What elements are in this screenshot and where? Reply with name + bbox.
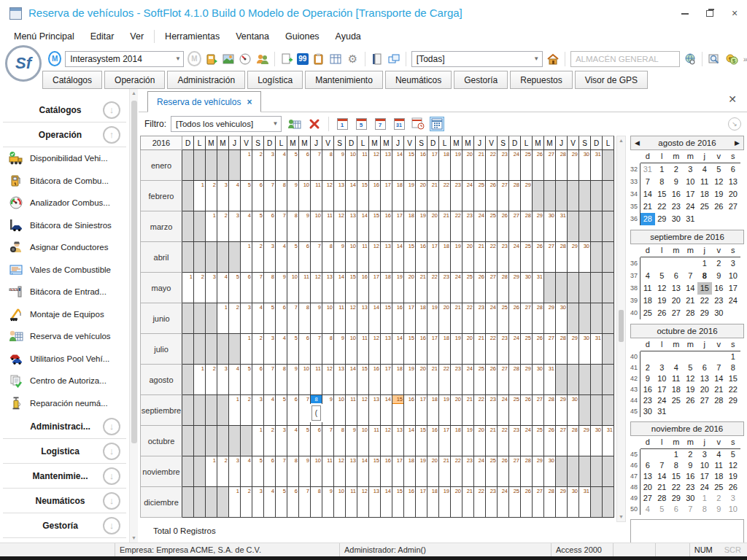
mini-calendar-day[interactable]: 19: [684, 384, 698, 395]
day-cell[interactable]: 9: [334, 334, 346, 365]
day-cell[interactable]: 10: [334, 395, 346, 426]
day-cell[interactable]: 28: [556, 242, 568, 273]
mini-calendar-day[interactable]: 24: [697, 482, 712, 493]
day-cell[interactable]: 4: [276, 334, 287, 365]
mini-calendar-day[interactable]: 2: [669, 163, 684, 176]
day-cell[interactable]: 8: [276, 365, 287, 395]
chevron-down-icon[interactable]: ↓: [103, 101, 120, 119]
day-cell[interactable]: 19: [462, 426, 474, 456]
day-cell[interactable]: 5: [287, 334, 299, 365]
day-cell[interactable]: 20: [451, 487, 462, 518]
day-cell[interactable]: 8: [322, 150, 334, 181]
day-cell[interactable]: 27: [498, 181, 509, 211]
day-cell[interactable]: 16: [416, 334, 427, 365]
view-period-icon[interactable]: [411, 117, 425, 131]
day-cell[interactable]: 15: [416, 426, 427, 456]
day-cell[interactable]: 12: [311, 273, 322, 303]
day-cell[interactable]: 7: [264, 365, 276, 395]
mini-calendar-day[interactable]: 15: [669, 471, 684, 482]
day-cell[interactable]: 3: [264, 334, 276, 365]
day-cell[interactable]: 2: [241, 395, 252, 426]
mini-calendar-day[interactable]: 20: [697, 384, 712, 395]
mini-calendar-day[interactable]: 27: [669, 307, 684, 319]
vehicle-filter-combobox[interactable]: [Todos los vehiculos] ▼: [171, 116, 282, 132]
day-cell[interactable]: 10: [346, 150, 357, 181]
day-cell[interactable]: 8: [334, 426, 346, 456]
mini-calendar-day[interactable]: 4: [640, 270, 655, 282]
day-cell[interactable]: 31: [579, 487, 591, 518]
mini-calendar-day[interactable]: 8: [697, 270, 712, 282]
day-cell[interactable]: 2: [206, 365, 217, 395]
day-cell[interactable]: 25: [474, 181, 486, 211]
day-cell[interactable]: 7: [311, 242, 322, 273]
day-cell[interactable]: 15: [404, 334, 416, 365]
day-cell[interactable]: 17: [439, 426, 451, 456]
mini-calendar-day[interactable]: 8: [669, 460, 684, 471]
day-cell[interactable]: 23: [439, 273, 451, 303]
day-cell[interactable]: 28: [556, 334, 568, 365]
day-cell[interactable]: 28: [521, 456, 533, 487]
day-cell[interactable]: 7: [311, 150, 322, 181]
day-cell[interactable]: 16: [392, 303, 404, 334]
day-cell[interactable]: 18: [404, 456, 416, 487]
day-cell[interactable]: 21: [474, 150, 486, 181]
day-cell[interactable]: 15: [346, 273, 357, 303]
day-cell[interactable]: 3: [206, 273, 217, 303]
day-cell[interactable]: 28: [498, 273, 509, 303]
day-cell[interactable]: 11: [357, 150, 369, 181]
view-1-days-icon[interactable]: 1: [335, 117, 349, 131]
day-cell[interactable]: 23: [486, 395, 498, 426]
day-cell[interactable]: 18: [451, 426, 462, 456]
day-cell[interactable]: 11: [357, 334, 369, 365]
day-cell[interactable]: 24: [509, 150, 521, 181]
day-cell[interactable]: 12: [322, 365, 334, 395]
mini-calendar-day[interactable]: 3: [726, 493, 740, 504]
day-cell[interactable]: 27: [486, 273, 498, 303]
mini-calendar-day[interactable]: 22: [655, 201, 670, 213]
day-cell[interactable]: 17: [392, 456, 404, 487]
day-cell[interactable]: 25: [521, 150, 533, 181]
mini-calendar-day[interactable]: 31: [655, 406, 670, 417]
mini-calendar-day[interactable]: 6: [697, 362, 712, 373]
dashboard-gauge-icon[interactable]: [239, 51, 252, 67]
day-cell[interactable]: 15: [392, 487, 404, 518]
day-cell[interactable]: 18: [416, 303, 427, 334]
chevron-down-icon[interactable]: ↓: [103, 467, 120, 485]
mini-calendar-day[interactable]: 6: [640, 460, 655, 471]
day-cell[interactable]: 9: [334, 242, 346, 273]
mini-calendar-day[interactable]: 23: [669, 201, 684, 213]
mini-calendar-day[interactable]: 19: [655, 295, 670, 307]
day-cell[interactable]: 25: [521, 242, 533, 273]
ribbon-tab-log-stica[interactable]: Logística: [247, 71, 303, 89]
day-cell[interactable]: 16: [369, 365, 381, 395]
warehouse-input[interactable]: [570, 51, 680, 67]
mini-calendar-day[interactable]: 7: [684, 504, 698, 515]
day-cell[interactable]: 9: [334, 150, 346, 181]
day-cell[interactable]: 22: [451, 211, 462, 242]
mini-calendar-day[interactable]: 5: [684, 362, 698, 373]
day-cell[interactable]: 22: [462, 303, 474, 334]
day-cell[interactable]: 23: [498, 334, 509, 365]
sidebar-item-vales-de-combustible[interactable]: Vales de Combustible: [0, 259, 129, 281]
day-cell[interactable]: 29: [556, 395, 568, 426]
day-cell[interactable]: 11: [346, 395, 357, 426]
sidebar-section-gestor-a[interactable]: Gestoría↓: [3, 513, 126, 538]
mini-calendar-day[interactable]: 4: [669, 362, 684, 373]
mini-calendar-day[interactable]: 3: [684, 163, 698, 176]
assign-person-icon[interactable]: [286, 116, 302, 132]
mini-calendar-day[interactable]: 16: [640, 384, 655, 395]
mini-calendar-day[interactable]: 17: [697, 471, 712, 482]
mini-selected-day[interactable]: 28: [640, 213, 655, 225]
day-cell[interactable]: 3: [241, 303, 252, 334]
mini-calendar-day[interactable]: 4: [697, 163, 712, 176]
day-cell[interactable]: 14: [346, 181, 357, 211]
mini-calendar-day[interactable]: 11: [697, 176, 712, 188]
day-cell[interactable]: 22: [486, 150, 498, 181]
mini-calendar-day[interactable]: 10: [726, 270, 740, 282]
next-month-icon[interactable]: ▶: [735, 136, 740, 149]
day-cell[interactable]: 24: [498, 487, 509, 518]
day-cell[interactable]: 24: [474, 456, 486, 487]
day-cell[interactable]: 12: [369, 242, 381, 273]
day-cell[interactable]: 16: [381, 456, 392, 487]
table-icon[interactable]: [329, 51, 342, 67]
